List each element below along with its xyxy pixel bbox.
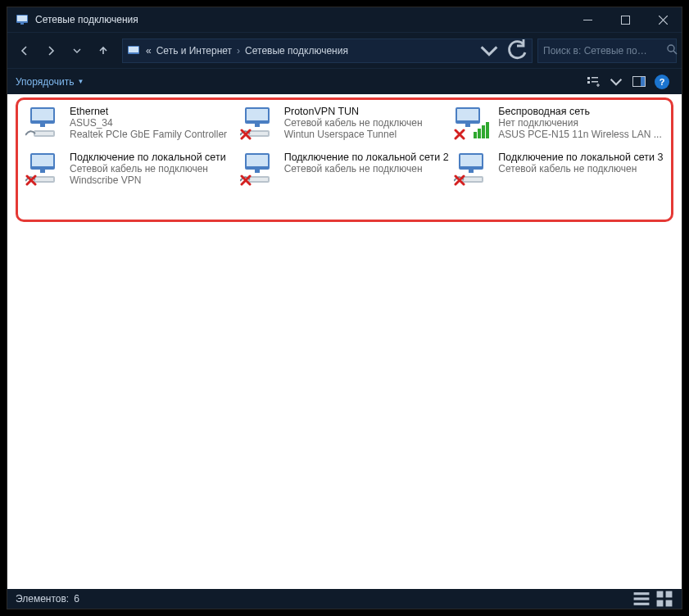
svg-rect-14 [634, 592, 650, 595]
connection-desc: Windscribe VPN [70, 174, 226, 186]
details-view-button[interactable] [632, 591, 650, 606]
svg-rect-9 [587, 81, 590, 84]
connection-item[interactable]: Беспроводная сетьНет подключенияASUS PCE… [454, 106, 664, 140]
svg-rect-16 [634, 603, 650, 605]
error-x-icon [454, 174, 465, 186]
titlebar: Сетевые подключения [7, 7, 682, 32]
connection-name: Подключение по локальной сети 3 [498, 152, 663, 163]
error-x-icon [454, 129, 465, 140]
connection-status: Нет подключения [498, 117, 661, 129]
connection-status: Сетевой кабель не подключен [498, 163, 663, 174]
connection-name: Подключение по локальной сети [70, 152, 226, 163]
svg-rect-4 [621, 16, 629, 24]
recent-locations-button[interactable] [65, 38, 89, 63]
preview-pane-button[interactable] [628, 71, 650, 93]
svg-rect-17 [657, 591, 664, 598]
svg-rect-13 [641, 77, 645, 86]
location-icon [126, 43, 141, 58]
svg-rect-20 [666, 600, 673, 607]
app-icon [16, 13, 29, 26]
connection-icon [240, 152, 278, 186]
minimize-button[interactable] [569, 7, 606, 32]
connection-icon [25, 106, 63, 140]
connection-icon [454, 152, 492, 186]
svg-rect-8 [587, 77, 590, 79]
connection-name: Подключение по локальной сети 2 [284, 152, 449, 163]
chevron-down-icon: ▼ [77, 78, 84, 85]
up-button[interactable] [91, 38, 116, 63]
search-input[interactable] [543, 45, 666, 57]
search-icon [666, 43, 678, 57]
address-dropdown-button[interactable] [478, 39, 501, 62]
error-x-icon [240, 129, 252, 140]
connection-status: Сетевой кабель не подключен [284, 163, 449, 174]
connection-item[interactable]: EthernetASUS_34Realtek PCIe GbE Family C… [25, 106, 235, 140]
connection-status: Сетевой кабель не подключен [70, 163, 226, 174]
view-dropdown-button[interactable] [605, 71, 628, 93]
status-items-count: 6 [74, 593, 79, 605]
address-bar[interactable]: « Сеть и Интернет › Сетевые подключения [122, 38, 533, 63]
large-icons-view-button[interactable] [655, 591, 673, 606]
back-button[interactable] [12, 38, 37, 63]
breadcrumb-seg-1[interactable]: Сеть и Интернет [156, 45, 232, 57]
organize-label: Упорядочить [16, 76, 74, 88]
connection-name: Ethernet [70, 106, 227, 117]
svg-rect-10 [592, 77, 598, 79]
connection-icon [25, 152, 63, 186]
connection-item[interactable]: Подключение по локальной сетиСетевой каб… [25, 152, 235, 186]
breadcrumb-seg-2[interactable]: Сетевые подключения [245, 45, 348, 57]
status-items-label: Элементов: [16, 593, 69, 605]
connection-item[interactable]: Подключение по локальной сети 3Сетевой к… [454, 152, 664, 186]
connection-name: ProtonVPN TUN [284, 106, 423, 117]
breadcrumb-prefix: « [146, 45, 152, 57]
window: Сетевые подключения « Сеть и Интернет › [7, 7, 682, 609]
connection-status: Сетевой кабель не подключен [284, 117, 423, 129]
content-area: EthernetASUS_34Realtek PCIe GbE Family C… [7, 94, 682, 589]
maximize-button[interactable] [606, 7, 644, 32]
svg-rect-6 [129, 47, 138, 52]
svg-rect-11 [592, 81, 598, 83]
search-box[interactable] [537, 38, 677, 63]
svg-rect-2 [20, 23, 24, 25]
svg-rect-18 [666, 591, 673, 598]
close-button[interactable] [644, 7, 682, 32]
connection-status: ASUS_34 [70, 117, 227, 129]
toolbar: Упорядочить ▼ ? [7, 68, 682, 94]
svg-point-7 [668, 45, 674, 52]
help-button[interactable]: ? [650, 71, 673, 93]
connection-item[interactable]: ProtonVPN TUNСетевой кабель не подключен… [240, 106, 450, 140]
svg-rect-1 [17, 16, 27, 21]
forward-button[interactable] [39, 38, 63, 63]
svg-rect-3 [583, 20, 592, 20]
connection-desc: ASUS PCE-N15 11n Wireless LAN ... [498, 129, 661, 140]
navbar: « Сеть и Интернет › Сетевые подключения [7, 32, 682, 68]
view-layout-button[interactable] [582, 71, 605, 93]
refresh-button[interactable] [505, 39, 528, 62]
connection-name: Беспроводная сеть [498, 106, 661, 117]
connection-desc: Wintun Userspace Tunnel [284, 129, 423, 140]
window-title: Сетевые подключения [35, 14, 138, 25]
svg-rect-15 [634, 597, 650, 600]
error-x-icon [240, 174, 252, 186]
svg-rect-19 [657, 600, 664, 607]
connection-icon [454, 106, 492, 140]
chevron-right-icon: › [237, 45, 240, 57]
connection-icon [240, 106, 278, 140]
connection-item[interactable]: Подключение по локальной сети 2Сетевой к… [240, 152, 450, 186]
status-bar: Элементов: 6 [7, 589, 682, 609]
connection-desc: Realtek PCIe GbE Family Controller [70, 129, 227, 140]
organize-menu-button[interactable]: Упорядочить ▼ [16, 76, 84, 88]
error-x-icon [25, 174, 37, 186]
